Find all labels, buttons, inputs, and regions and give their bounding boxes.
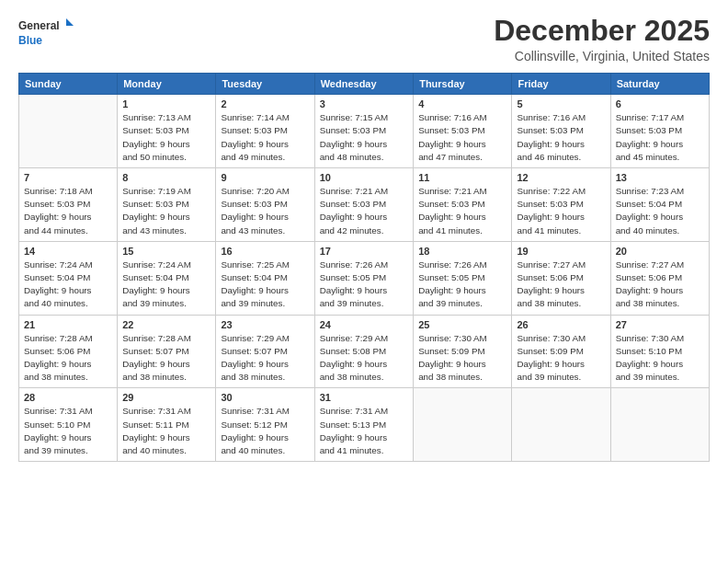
col-header-friday: Friday [512, 74, 610, 95]
day-info: Sunrise: 7:29 AMSunset: 5:07 PMDaylight:… [221, 332, 309, 385]
calendar-cell: 18Sunrise: 7:26 AMSunset: 5:05 PMDayligh… [414, 241, 512, 315]
week-row-5: 28Sunrise: 7:31 AMSunset: 5:10 PMDayligh… [19, 388, 710, 462]
calendar-cell: 1Sunrise: 7:13 AMSunset: 5:03 PMDaylight… [118, 95, 216, 168]
calendar-cell: 27Sunrise: 7:30 AMSunset: 5:10 PMDayligh… [610, 315, 709, 388]
day-number: 12 [517, 172, 605, 183]
calendar-cell: 2Sunrise: 7:14 AMSunset: 5:03 PMDaylight… [216, 95, 314, 168]
col-header-sunday: Sunday [19, 74, 118, 95]
day-number: 28 [24, 392, 112, 403]
day-number: 18 [418, 246, 506, 257]
day-info: Sunrise: 7:29 AMSunset: 5:08 PMDaylight:… [320, 332, 409, 385]
day-info: Sunrise: 7:21 AMSunset: 5:03 PMDaylight:… [320, 185, 409, 237]
day-info: Sunrise: 7:30 AMSunset: 5:10 PMDaylight:… [616, 332, 704, 385]
calendar-cell: 26Sunrise: 7:30 AMSunset: 5:09 PMDayligh… [512, 315, 610, 388]
title-area: December 2025 Collinsville, Virginia, Un… [494, 15, 710, 63]
col-header-wednesday: Wednesday [314, 74, 414, 95]
calendar-cell: 7Sunrise: 7:18 AMSunset: 5:03 PMDaylight… [19, 168, 118, 242]
day-number: 13 [616, 172, 704, 183]
calendar-cell: 17Sunrise: 7:26 AMSunset: 5:05 PMDayligh… [314, 241, 414, 315]
day-number: 27 [616, 319, 704, 330]
col-header-saturday: Saturday [610, 74, 709, 95]
day-info: Sunrise: 7:13 AMSunset: 5:03 PMDaylight:… [122, 111, 210, 164]
col-header-monday: Monday [118, 74, 216, 95]
day-info: Sunrise: 7:24 AMSunset: 5:04 PMDaylight:… [122, 259, 210, 311]
day-number: 30 [221, 392, 309, 403]
day-info: Sunrise: 7:18 AMSunset: 5:03 PMDaylight:… [24, 185, 112, 237]
day-number: 19 [517, 246, 605, 257]
day-info: Sunrise: 7:21 AMSunset: 5:03 PMDaylight:… [418, 185, 506, 237]
day-number: 22 [122, 319, 210, 330]
day-info: Sunrise: 7:31 AMSunset: 5:13 PMDaylight:… [320, 405, 409, 457]
calendar-cell: 19Sunrise: 7:27 AMSunset: 5:06 PMDayligh… [512, 241, 610, 315]
calendar-cell: 12Sunrise: 7:22 AMSunset: 5:03 PMDayligh… [512, 168, 610, 242]
day-number: 24 [320, 319, 409, 330]
day-number: 21 [24, 319, 112, 330]
week-row-4: 21Sunrise: 7:28 AMSunset: 5:06 PMDayligh… [19, 315, 710, 388]
day-number: 11 [418, 172, 506, 183]
day-info: Sunrise: 7:27 AMSunset: 5:06 PMDaylight:… [517, 259, 605, 311]
day-number: 14 [24, 246, 112, 257]
day-info: Sunrise: 7:16 AMSunset: 5:03 PMDaylight:… [418, 111, 506, 164]
day-number: 29 [122, 392, 210, 403]
week-row-2: 7Sunrise: 7:18 AMSunset: 5:03 PMDaylight… [19, 168, 710, 242]
day-info: Sunrise: 7:17 AMSunset: 5:03 PMDaylight:… [616, 111, 704, 164]
calendar-table: SundayMondayTuesdayWednesdayThursdayFrid… [18, 73, 710, 462]
calendar-cell: 6Sunrise: 7:17 AMSunset: 5:03 PMDaylight… [610, 95, 709, 168]
day-number: 1 [122, 98, 210, 109]
calendar-cell [512, 388, 610, 462]
calendar-cell: 22Sunrise: 7:28 AMSunset: 5:07 PMDayligh… [118, 315, 216, 388]
day-info: Sunrise: 7:25 AMSunset: 5:04 PMDaylight:… [221, 259, 309, 311]
day-info: Sunrise: 7:19 AMSunset: 5:03 PMDaylight:… [122, 185, 210, 237]
day-number: 4 [418, 98, 506, 109]
calendar-cell: 25Sunrise: 7:30 AMSunset: 5:09 PMDayligh… [414, 315, 512, 388]
calendar-cell: 3Sunrise: 7:15 AMSunset: 5:03 PMDaylight… [314, 95, 414, 168]
calendar-cell: 8Sunrise: 7:19 AMSunset: 5:03 PMDaylight… [118, 168, 216, 242]
day-info: Sunrise: 7:23 AMSunset: 5:04 PMDaylight:… [616, 185, 704, 237]
calendar-header-row: SundayMondayTuesdayWednesdayThursdayFrid… [19, 74, 710, 95]
calendar-cell: 10Sunrise: 7:21 AMSunset: 5:03 PMDayligh… [314, 168, 414, 242]
calendar-cell: 28Sunrise: 7:31 AMSunset: 5:10 PMDayligh… [19, 388, 118, 462]
day-number: 26 [517, 319, 605, 330]
header: General Blue December 2025 Collinsville,… [18, 15, 710, 63]
day-number: 31 [320, 392, 409, 403]
day-info: Sunrise: 7:27 AMSunset: 5:06 PMDaylight:… [616, 259, 704, 311]
day-info: Sunrise: 7:26 AMSunset: 5:05 PMDaylight:… [418, 259, 506, 311]
calendar-cell: 30Sunrise: 7:31 AMSunset: 5:12 PMDayligh… [216, 388, 314, 462]
day-number: 15 [122, 246, 210, 257]
col-header-thursday: Thursday [414, 74, 512, 95]
logo: General Blue [18, 15, 74, 52]
day-info: Sunrise: 7:30 AMSunset: 5:09 PMDaylight:… [418, 332, 506, 385]
day-info: Sunrise: 7:28 AMSunset: 5:06 PMDaylight:… [24, 332, 112, 385]
day-info: Sunrise: 7:31 AMSunset: 5:11 PMDaylight:… [122, 405, 210, 457]
day-info: Sunrise: 7:30 AMSunset: 5:09 PMDaylight:… [517, 332, 605, 385]
day-number: 7 [24, 172, 112, 183]
calendar-cell: 23Sunrise: 7:29 AMSunset: 5:07 PMDayligh… [216, 315, 314, 388]
day-info: Sunrise: 7:24 AMSunset: 5:04 PMDaylight:… [24, 259, 112, 311]
day-number: 17 [320, 246, 409, 257]
col-header-tuesday: Tuesday [216, 74, 314, 95]
week-row-3: 14Sunrise: 7:24 AMSunset: 5:04 PMDayligh… [19, 241, 710, 315]
day-info: Sunrise: 7:16 AMSunset: 5:03 PMDaylight:… [517, 111, 605, 164]
subtitle: Collinsville, Virginia, United States [494, 49, 710, 63]
calendar-cell [19, 95, 118, 168]
day-info: Sunrise: 7:31 AMSunset: 5:10 PMDaylight:… [24, 405, 112, 457]
calendar-cell: 21Sunrise: 7:28 AMSunset: 5:06 PMDayligh… [19, 315, 118, 388]
day-number: 8 [122, 172, 210, 183]
day-number: 10 [320, 172, 409, 183]
svg-text:General: General [18, 19, 60, 32]
day-number: 6 [616, 98, 704, 109]
day-number: 2 [221, 98, 309, 109]
day-info: Sunrise: 7:26 AMSunset: 5:05 PMDaylight:… [320, 259, 409, 311]
day-number: 25 [418, 319, 506, 330]
day-info: Sunrise: 7:28 AMSunset: 5:07 PMDaylight:… [122, 332, 210, 385]
day-number: 9 [221, 172, 309, 183]
day-info: Sunrise: 7:20 AMSunset: 5:03 PMDaylight:… [221, 185, 309, 237]
calendar-cell: 16Sunrise: 7:25 AMSunset: 5:04 PMDayligh… [216, 241, 314, 315]
day-number: 16 [221, 246, 309, 257]
calendar-cell: 9Sunrise: 7:20 AMSunset: 5:03 PMDaylight… [216, 168, 314, 242]
week-row-1: 1Sunrise: 7:13 AMSunset: 5:03 PMDaylight… [19, 95, 710, 168]
day-number: 23 [221, 319, 309, 330]
calendar-cell: 15Sunrise: 7:24 AMSunset: 5:04 PMDayligh… [118, 241, 216, 315]
day-info: Sunrise: 7:14 AMSunset: 5:03 PMDaylight:… [221, 111, 309, 164]
calendar-cell: 24Sunrise: 7:29 AMSunset: 5:08 PMDayligh… [314, 315, 414, 388]
